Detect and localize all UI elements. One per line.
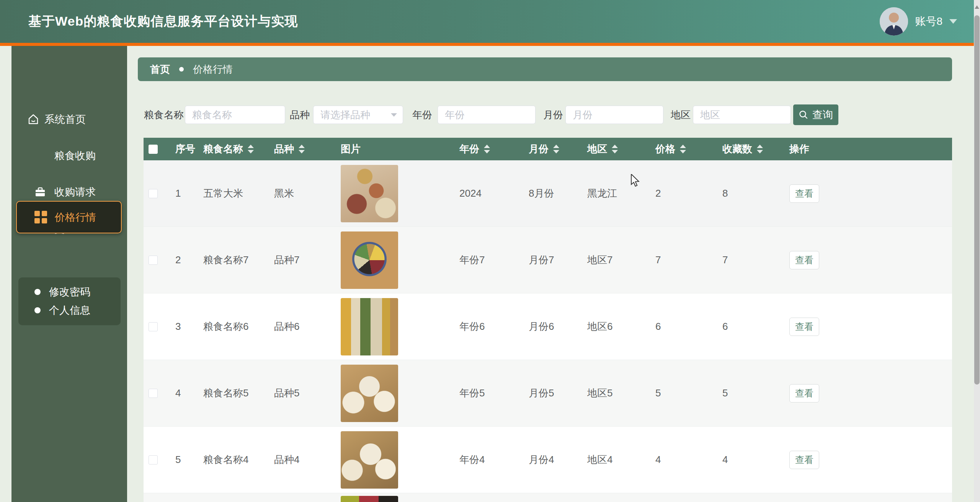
cell-price: 6	[655, 293, 661, 360]
grain-image	[341, 165, 398, 222]
row-checkbox[interactable]	[149, 455, 158, 465]
briefcase-icon	[34, 186, 47, 199]
column-header-image: 图片	[341, 138, 361, 160]
column-header-favorites[interactable]: 收藏数	[722, 138, 763, 160]
cell-year: 年份4	[459, 427, 485, 493]
sidebar-item-grain-purchase[interactable]: 粮食收购	[11, 143, 149, 168]
cell-index: 3	[175, 293, 181, 360]
view-button[interactable]: 查看	[789, 451, 819, 469]
month-input[interactable]	[565, 106, 663, 124]
scroll-up-arrow-icon[interactable]	[975, 5, 979, 9]
sidebar-item-label: 系统首页	[44, 112, 86, 126]
view-button[interactable]: 查看	[789, 384, 819, 403]
cell-grain-name: 粮食名称7	[203, 227, 248, 293]
cell-year: 年份5	[459, 360, 485, 426]
home-icon	[27, 113, 40, 126]
sort-carets-icon[interactable]	[248, 145, 254, 153]
sort-carets-icon[interactable]	[757, 145, 763, 153]
cell-grain-name: 粮食名称6	[203, 293, 248, 360]
cell-price: 5	[655, 360, 661, 426]
table-row-partial	[144, 493, 952, 502]
account-dropdown[interactable]: 账号8	[880, 0, 957, 43]
cell-year: 年份7	[459, 227, 485, 293]
breadcrumb-home[interactable]: 首页	[150, 63, 170, 76]
cell-region: 黑龙江	[587, 160, 617, 227]
grain-name-label: 粮食名称	[144, 106, 184, 124]
sidebar: 系统首页 粮食收购 收购请求 交易记录 价格行情	[11, 46, 127, 502]
submenu-item-change-password[interactable]: 修改密码	[18, 282, 121, 302]
row-checkbox[interactable]	[149, 256, 158, 265]
search-button[interactable]: 查询	[793, 104, 838, 125]
sort-carets-icon[interactable]	[680, 145, 686, 153]
cell-variety: 品种5	[274, 360, 299, 426]
cell-grain-name: 五常大米	[203, 160, 243, 227]
row-checkbox[interactable]	[149, 389, 158, 398]
column-header-price[interactable]: 价格	[655, 138, 686, 160]
personal-center-submenu: 修改密码 个人信息	[18, 277, 121, 325]
variety-select-input[interactable]	[313, 106, 403, 124]
avatar-image	[880, 7, 908, 36]
sort-carets-icon[interactable]	[299, 145, 305, 153]
year-label: 年份	[412, 106, 432, 124]
grain-name-input[interactable]	[185, 106, 285, 124]
cell-month: 月份6	[529, 293, 554, 360]
table-row: 3 粮食名称6 品种6 年份6 月份6 地区6 6 6 查看	[144, 293, 952, 360]
cell-variety: 黑米	[274, 160, 294, 227]
sort-carets-icon[interactable]	[484, 145, 490, 153]
view-button[interactable]: 查看	[789, 251, 819, 269]
cell-region: 地区5	[587, 360, 612, 426]
cell-price: 4	[655, 427, 661, 493]
variety-select[interactable]	[313, 106, 403, 124]
select-all-checkbox[interactable]	[149, 145, 158, 154]
sort-carets-icon[interactable]	[553, 145, 559, 153]
grain-image	[341, 298, 398, 355]
table-row: 5 粮食名称4 品种4 年份4 月份4 地区4 4 4 查看	[144, 427, 952, 493]
grain-image	[341, 231, 398, 289]
year-input[interactable]	[438, 106, 536, 124]
account-name: 账号8	[915, 14, 942, 29]
view-button[interactable]: 查看	[789, 318, 819, 336]
column-header-name[interactable]: 粮食名称	[203, 138, 254, 160]
cell-grain-name: 粮食名称4	[203, 427, 248, 493]
cell-favorites: 5	[722, 360, 728, 426]
table-row: 2 粮食名称7 品种7 年份7 月份7 地区7 7 7 查看	[144, 227, 952, 293]
column-header-year[interactable]: 年份	[459, 138, 490, 160]
vertical-scrollbar[interactable]	[974, 0, 980, 502]
accent-divider	[0, 43, 980, 46]
row-checkbox[interactable]	[149, 189, 158, 198]
sidebar-item-price-quotes-active[interactable]: 价格行情	[16, 201, 122, 233]
column-header-month[interactable]: 月份	[529, 138, 559, 160]
table-row: 1 五常大米 黑米 2024 8月份 黑龙江 2 8 查看	[144, 160, 952, 227]
cell-region: 地区4	[587, 427, 612, 493]
grid-icon	[34, 149, 47, 162]
cell-price: 2	[655, 160, 661, 227]
column-header-region[interactable]: 地区	[587, 138, 618, 160]
region-label: 地区	[671, 106, 691, 124]
avatar[interactable]	[880, 7, 908, 36]
submenu-item-personal-info[interactable]: 个人信息	[18, 300, 121, 320]
cell-favorites: 4	[722, 427, 728, 493]
cell-favorites: 7	[722, 227, 728, 293]
cell-variety: 品种7	[274, 227, 299, 293]
scrollbar-thumb[interactable]	[974, 15, 980, 385]
cell-region: 地区7	[587, 227, 612, 293]
sort-carets-icon[interactable]	[612, 145, 618, 153]
cell-index: 2	[175, 227, 181, 293]
view-button[interactable]: 查看	[789, 184, 819, 203]
submenu-item-label: 个人信息	[49, 303, 90, 317]
cell-region: 地区6	[587, 293, 612, 360]
search-button-label: 查询	[812, 108, 833, 122]
cell-index: 5	[175, 427, 181, 493]
column-header-actions: 操作	[789, 138, 809, 160]
cell-index: 1	[175, 160, 181, 227]
sidebar-item-home[interactable]: 系统首页	[11, 107, 142, 132]
column-header-variety[interactable]: 品种	[274, 138, 305, 160]
page-title: 基于Web的粮食收购信息服务平台设计与实现	[28, 13, 298, 30]
table-row: 4 粮食名称5 品种5 年份5 月份5 地区5 5 5 查看	[144, 360, 952, 427]
table-header-row: 序号 粮食名称 品种 图片 年份 月份 地区 价格 收藏数 操作	[144, 138, 952, 160]
sidebar-item-label: 价格行情	[55, 210, 96, 224]
region-input[interactable]	[693, 106, 791, 124]
sidebar-item-label: 收购请求	[54, 185, 96, 199]
grain-image	[341, 431, 398, 489]
row-checkbox[interactable]	[149, 322, 158, 331]
